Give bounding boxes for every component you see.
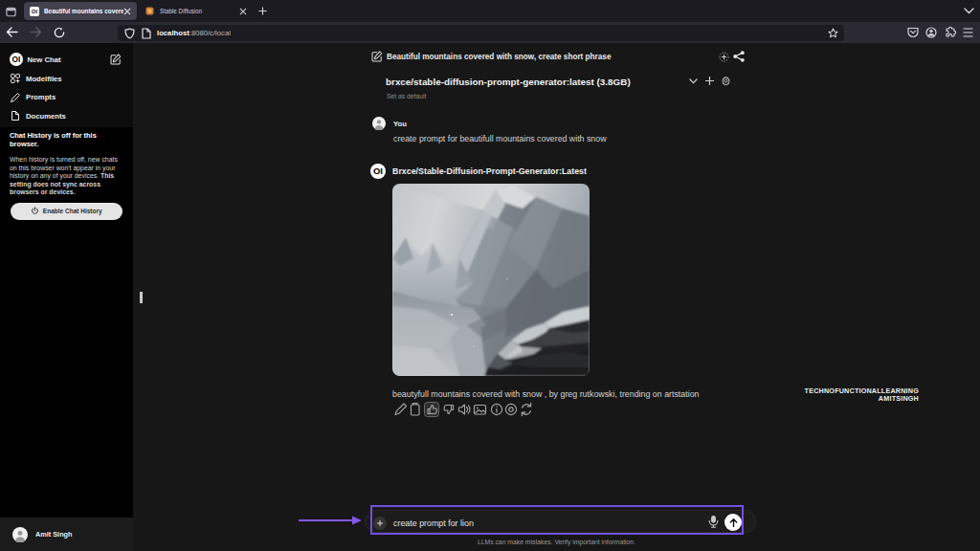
svg-text:OI: OI bbox=[11, 55, 20, 64]
svg-text:OI: OI bbox=[373, 165, 383, 176]
svg-text:OI: OI bbox=[32, 9, 38, 14]
